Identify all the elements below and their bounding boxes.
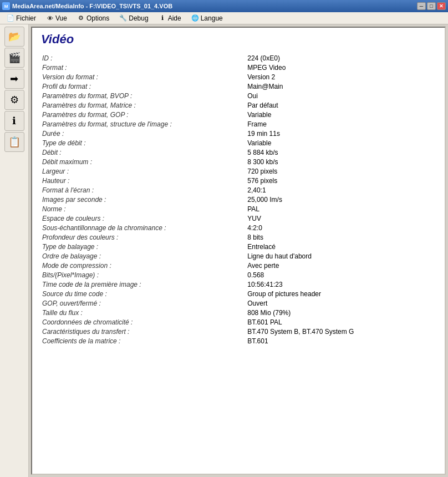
row-label: Paramètres du format, structure de l'ima…	[41, 119, 246, 129]
aide-icon: ℹ	[159, 14, 166, 22]
menu-bar: 📄 Fichier 👁 Vue ⚙ Options 🔧 Debug ℹ Aide…	[0, 12, 448, 24]
table-row: Images par seconde :25,000 Im/s	[41, 195, 436, 204]
table-row: Paramètres du format, structure de l'ima…	[41, 119, 436, 129]
langue-icon: 🌐	[191, 14, 199, 22]
table-row: Espace de couleurs :YUV	[41, 214, 436, 223]
menu-options[interactable]: ⚙ Options	[73, 13, 114, 23]
sidebar-arrow-button[interactable]: ➡	[4, 69, 24, 89]
table-row: Largeur :720 pixels	[41, 166, 436, 176]
row-value: 8 300 kb/s	[246, 157, 436, 166]
section-title: Vidéo	[41, 32, 436, 47]
sidebar: 📂 🎬 ➡ ⚙ ℹ 📋	[0, 24, 29, 477]
table-row: Format :MPEG Video	[41, 63, 436, 72]
debug-icon: 🔧	[119, 14, 127, 22]
row-value: Group of pictures header	[246, 289, 436, 298]
menu-options-label: Options	[86, 14, 109, 22]
content-area[interactable]: Vidéo ID :224 (0xE0)Format :MPEG VideoVe…	[31, 27, 446, 475]
fichier-icon: 📄	[7, 14, 14, 22]
row-label: Espace de couleurs :	[41, 214, 246, 223]
sidebar-settings-button[interactable]: ⚙	[4, 90, 24, 110]
maximize-button[interactable]: □	[427, 2, 436, 10]
table-row: Source du time code :Group of pictures h…	[41, 289, 436, 298]
row-label: Coordonnées de chromaticité :	[41, 317, 246, 327]
row-value: YUV	[246, 214, 436, 223]
table-row: Hauteur :576 pixels	[41, 176, 436, 185]
title-bar-buttons[interactable]: ─ □ ✕	[417, 2, 446, 10]
row-label: Sous-échantillonnage de la chrominance :	[41, 223, 246, 232]
row-value: 808 Mio (79%)	[246, 308, 436, 317]
table-row: GOP, ouvert/fermé :Ouvert	[41, 298, 436, 308]
row-label: Coefficients de la matrice :	[41, 336, 246, 346]
row-value: Ligne du haut d'abord	[246, 251, 436, 261]
sidebar-video-button[interactable]: 🎬	[4, 48, 24, 68]
table-row: Bits/(Pixel*Image) :0.568	[41, 270, 436, 280]
menu-debug[interactable]: 🔧 Debug	[115, 13, 152, 23]
row-value: MPEG Video	[246, 63, 436, 72]
row-label: Version du format :	[41, 72, 246, 82]
row-label: Paramètres du format, Matrice :	[41, 100, 246, 110]
row-label: Profondeur des couleurs :	[41, 232, 246, 242]
row-value: Variable	[246, 138, 436, 148]
row-label: GOP, ouvert/fermé :	[41, 298, 246, 308]
row-value: Avec perte	[246, 261, 436, 270]
row-label: Hauteur :	[41, 176, 246, 185]
app-icon: M	[2, 2, 10, 10]
row-value: 4:2:0	[246, 223, 436, 232]
row-value: Frame	[246, 119, 436, 129]
row-value: Version 2	[246, 72, 436, 82]
title-bar-text: MediaArea.net/MediaInfo - F:\VIDEO_TS\VT…	[12, 3, 172, 9]
row-label: Type de balayage :	[41, 242, 246, 251]
table-row: Paramètres du format, GOP :Variable	[41, 110, 436, 119]
table-row: Débit :5 884 kb/s	[41, 148, 436, 157]
row-value: 8 bits	[246, 232, 436, 242]
table-row: Format à l'écran :2,40:1	[41, 185, 436, 195]
menu-aide[interactable]: ℹ Aide	[154, 13, 186, 23]
row-value: BT.601	[246, 336, 436, 346]
row-label: Profil du format :	[41, 82, 246, 91]
menu-langue[interactable]: 🌐 Langue	[187, 13, 227, 23]
row-value: Par défaut	[246, 100, 436, 110]
menu-aide-label: Aide	[168, 14, 181, 22]
row-value: BT.601 PAL	[246, 317, 436, 327]
row-label: Taille du flux :	[41, 308, 246, 317]
row-label: Largeur :	[41, 166, 246, 176]
main-layout: 📂 🎬 ➡ ⚙ ℹ 📋 Vidéo ID :224 (0xE0)Format :…	[0, 24, 448, 477]
table-row: Paramètres du format, Matrice :Par défau…	[41, 100, 436, 110]
row-value: PAL	[246, 204, 436, 214]
close-button[interactable]: ✕	[437, 2, 446, 10]
table-row: Sous-échantillonnage de la chrominance :…	[41, 223, 436, 232]
table-row: Ordre de balayage :Ligne du haut d'abord	[41, 251, 436, 261]
table-row: Version du format :Version 2	[41, 72, 436, 82]
row-value: Main@Main	[246, 82, 436, 91]
table-row: Type de débit :Variable	[41, 138, 436, 148]
row-value: 2,40:1	[246, 185, 436, 195]
row-value: 224 (0xE0)	[246, 53, 436, 63]
row-value: 576 pixels	[246, 176, 436, 185]
row-value: 10:56:41:23	[246, 280, 436, 289]
sidebar-open-button[interactable]: 📂	[4, 27, 24, 47]
title-bar: M MediaArea.net/MediaInfo - F:\VIDEO_TS\…	[0, 0, 448, 12]
minimize-button[interactable]: ─	[417, 2, 426, 10]
menu-fichier[interactable]: 📄 Fichier	[2, 13, 40, 23]
menu-fichier-label: Fichier	[16, 14, 36, 22]
table-row: Profil du format :Main@Main	[41, 82, 436, 91]
sidebar-info-button[interactable]: ℹ	[4, 111, 24, 131]
table-row: Mode de compression :Avec perte	[41, 261, 436, 270]
sidebar-doc-button[interactable]: 📋	[4, 132, 24, 152]
menu-debug-label: Debug	[129, 14, 148, 22]
table-row: Profondeur des couleurs :8 bits	[41, 232, 436, 242]
row-label: Source du time code :	[41, 289, 246, 298]
row-value: 720 pixels	[246, 166, 436, 176]
menu-langue-label: Langue	[201, 14, 223, 22]
row-value: Variable	[246, 110, 436, 119]
row-label: Type de débit :	[41, 138, 246, 148]
table-row: Débit maximum :8 300 kb/s	[41, 157, 436, 166]
row-label: ID :	[41, 53, 246, 63]
row-label: Mode de compression :	[41, 261, 246, 270]
menu-vue[interactable]: 👁 Vue	[42, 13, 72, 23]
title-bar-left: M MediaArea.net/MediaInfo - F:\VIDEO_TS\…	[2, 2, 172, 10]
row-label: Paramètres du format, BVOP :	[41, 91, 246, 100]
table-row: Paramètres du format, BVOP :Oui	[41, 91, 436, 100]
row-label: Images par seconde :	[41, 195, 246, 204]
vue-icon: 👁	[46, 14, 54, 22]
